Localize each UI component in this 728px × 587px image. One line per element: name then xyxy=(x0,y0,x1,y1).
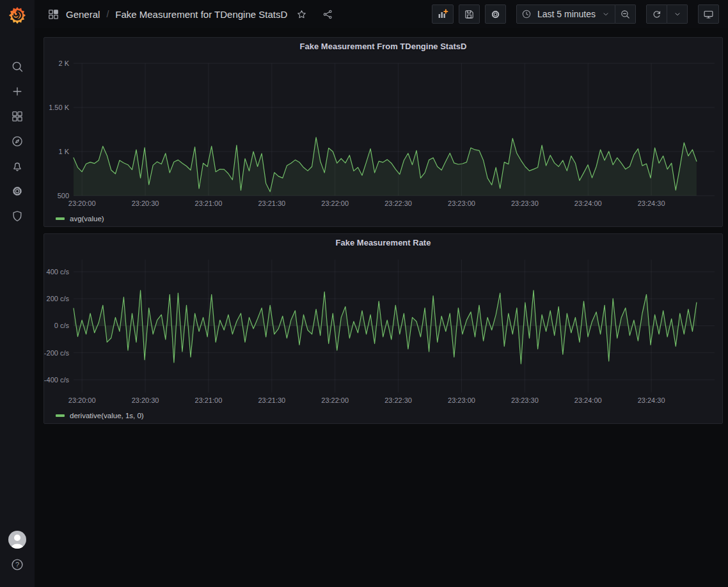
svg-text:1.50 K: 1.50 K xyxy=(49,104,69,111)
time-range-label: Last 5 minutes xyxy=(537,9,596,19)
refresh-button[interactable] xyxy=(646,4,667,24)
time-range-picker[interactable]: Last 5 minutes xyxy=(516,4,615,24)
svg-text:23:24:30: 23:24:30 xyxy=(638,396,665,404)
breadcrumb-separator: / xyxy=(106,9,109,19)
legend-label: derivative(value, 1s, 0) xyxy=(70,412,144,419)
svg-text:0 c/s: 0 c/s xyxy=(54,322,70,329)
chevron-down-icon xyxy=(601,10,610,19)
svg-text:23:20:00: 23:20:00 xyxy=(68,200,96,207)
clock-icon xyxy=(521,9,532,19)
sidebar: ? xyxy=(0,0,35,587)
refresh-controls xyxy=(646,4,688,24)
svg-text:23:23:00: 23:23:00 xyxy=(448,200,475,207)
svg-text:?: ? xyxy=(15,560,19,568)
server-admin-shield-icon[interactable] xyxy=(0,203,35,228)
breadcrumb-folder[interactable]: General xyxy=(66,9,100,20)
svg-text:23:24:00: 23:24:00 xyxy=(574,200,602,207)
dashboard-toolbar: Last 5 minutes xyxy=(432,4,719,24)
svg-text:23:24:00: 23:24:00 xyxy=(574,396,602,404)
panel-fake-measurement-rate: Fake Measurement Rate 23:20:0023:20:3023… xyxy=(44,233,723,424)
timeseries-chart[interactable]: 23:20:0023:20:3023:21:0023:21:3023:22:00… xyxy=(44,54,722,211)
legend-swatch xyxy=(56,217,65,220)
panel-fake-measurement: Fake Measurement From TDengine StatsD 23… xyxy=(44,37,723,227)
svg-text:23:22:30: 23:22:30 xyxy=(384,200,412,207)
svg-text:23:24:30: 23:24:30 xyxy=(638,200,665,207)
svg-text:23:21:30: 23:21:30 xyxy=(258,396,285,404)
dashboard-canvas: Fake Measurement From TDengine StatsD 23… xyxy=(35,28,728,587)
grafana-logo[interactable] xyxy=(0,0,35,31)
svg-text:23:20:30: 23:20:30 xyxy=(132,396,159,404)
svg-text:400 c/s: 400 c/s xyxy=(47,268,70,276)
svg-text:500: 500 xyxy=(58,192,69,200)
legend-item[interactable]: derivative(value, 1s, 0) xyxy=(44,408,722,423)
save-dashboard-button[interactable] xyxy=(459,4,480,24)
create-plus-icon[interactable] xyxy=(0,79,35,104)
legend-item[interactable]: avg(value) xyxy=(44,211,722,226)
user-avatar[interactable] xyxy=(0,527,35,552)
configuration-gear-icon[interactable] xyxy=(0,178,35,203)
svg-text:23:20:00: 23:20:00 xyxy=(68,396,96,404)
time-controls: Last 5 minutes xyxy=(516,4,636,24)
svg-text:-200 c/s: -200 c/s xyxy=(44,349,69,357)
help-icon[interactable]: ? xyxy=(0,552,35,577)
dashboard-settings-button[interactable] xyxy=(485,4,506,24)
svg-text:-400 c/s: -400 c/s xyxy=(44,376,69,384)
svg-text:23:20:30: 23:20:30 xyxy=(132,200,159,207)
svg-text:23:21:30: 23:21:30 xyxy=(258,200,285,207)
star-icon[interactable] xyxy=(296,9,307,20)
refresh-interval-dropdown[interactable] xyxy=(667,4,688,24)
add-panel-button[interactable] xyxy=(432,4,454,24)
svg-text:23:21:00: 23:21:00 xyxy=(195,396,223,404)
apps-grid-icon xyxy=(47,8,59,20)
svg-text:200 c/s: 200 c/s xyxy=(47,295,70,302)
breadcrumb-dashboard-title[interactable]: Fake Measurement for TDengine StatsD xyxy=(115,9,287,20)
svg-text:23:22:00: 23:22:00 xyxy=(321,396,349,404)
zoom-out-button[interactable] xyxy=(615,4,636,24)
svg-text:23:22:00: 23:22:00 xyxy=(321,200,349,207)
sidebar-menu xyxy=(0,54,35,228)
panel-title[interactable]: Fake Measurement From TDengine StatsD xyxy=(44,38,722,54)
svg-text:1 K: 1 K xyxy=(58,148,69,155)
panel-title[interactable]: Fake Measurement Rate xyxy=(44,234,722,251)
svg-text:23:21:00: 23:21:00 xyxy=(195,200,223,207)
svg-text:23:23:30: 23:23:30 xyxy=(511,396,539,404)
timeseries-chart[interactable]: 23:20:0023:20:3023:21:0023:21:3023:22:00… xyxy=(44,251,722,408)
svg-text:23:22:30: 23:22:30 xyxy=(384,396,412,404)
search-icon[interactable] xyxy=(0,54,35,79)
breadcrumb: General / Fake Measurement for TDengine … xyxy=(47,8,340,20)
legend-swatch xyxy=(56,414,65,417)
share-icon[interactable] xyxy=(322,9,333,20)
cycle-view-mode-button[interactable] xyxy=(698,4,719,24)
alerting-bell-icon[interactable] xyxy=(0,153,35,178)
explore-compass-icon[interactable] xyxy=(0,129,35,153)
svg-text:23:23:00: 23:23:00 xyxy=(448,396,475,404)
dashboards-grid-icon[interactable] xyxy=(0,104,35,129)
legend-label: avg(value) xyxy=(70,215,104,223)
svg-text:2 K: 2 K xyxy=(58,59,69,67)
sidebar-bottom: ? xyxy=(0,527,35,587)
svg-text:23:23:30: 23:23:30 xyxy=(511,200,539,207)
top-bar: General / Fake Measurement for TDengine … xyxy=(35,0,728,28)
